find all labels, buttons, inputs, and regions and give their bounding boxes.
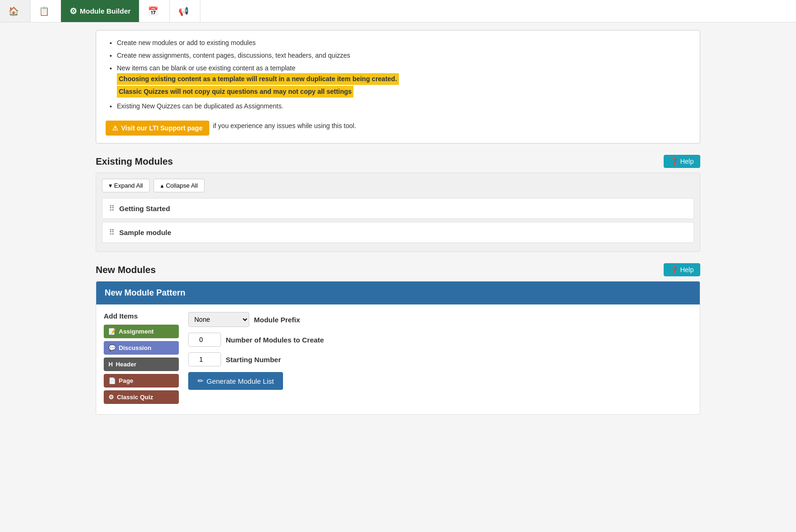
discussion-button[interactable]: 💬 Discussion	[104, 341, 179, 355]
pattern-form: None Week Module Unit Module Prefix Numb…	[188, 312, 692, 407]
add-items-title: Add Items	[104, 312, 179, 320]
module-row-sample-module[interactable]: ⠿ Sample module	[102, 222, 694, 243]
collapse-all-button[interactable]: ▴ Collapse All	[153, 179, 205, 192]
header-icon: H	[108, 361, 113, 368]
module-builder-icon: ⚙	[69, 6, 77, 16]
chevron-up-icon: ▴	[161, 182, 164, 189]
new-modules-header: New Modules ❓ Help	[96, 263, 700, 276]
starting-number-row: Starting Number	[188, 352, 692, 366]
prefix-row: None Week Module Unit Module Prefix	[188, 312, 692, 327]
classic-quiz-button[interactable]: ⚙ Classic Quiz	[104, 390, 179, 404]
header-button[interactable]: H Header	[104, 357, 179, 371]
chevron-down-icon: ▾	[109, 182, 112, 189]
warning-1: Choosing existing content as a template …	[117, 73, 399, 85]
info-bullet-2: Create new assignments, content pages, d…	[117, 51, 690, 61]
nav-module-builder-label: Module Builder	[80, 7, 130, 15]
calendar-icon: 📅	[148, 6, 158, 16]
starting-number-input[interactable]	[188, 352, 221, 366]
page-icon: 📄	[108, 377, 116, 384]
megaphone-icon: 📢	[178, 6, 189, 16]
nav-module-builder[interactable]: ⚙ Module Builder	[61, 0, 139, 22]
drag-handle-icon: ⠿	[109, 204, 115, 213]
main-content: Create new modules or add to existing mo…	[88, 23, 708, 422]
new-modules-help-button[interactable]: ❓ Help	[664, 263, 700, 276]
existing-modules-title: Existing Modules	[96, 156, 173, 167]
nav-megaphone[interactable]: 📢	[170, 0, 200, 22]
existing-modules-header: Existing Modules ❓ Help	[96, 155, 700, 168]
info-box: Create new modules or add to existing mo…	[96, 30, 700, 144]
module-prefix-dropdown[interactable]: None Week Module Unit	[188, 312, 249, 327]
discussion-icon: 💬	[108, 344, 116, 351]
module-row-getting-started[interactable]: ⠿ Getting Started	[102, 198, 694, 219]
num-modules-input[interactable]	[188, 333, 221, 347]
top-navigation: 🏠 📋 ⚙ Module Builder 📅 📢	[0, 0, 796, 23]
nav-home[interactable]: 🏠	[0, 0, 31, 22]
nav-copy[interactable]: 📋	[31, 0, 61, 22]
generate-module-list-button[interactable]: ✏ Generate Module List	[188, 372, 283, 390]
panel-header: New Module Pattern	[96, 281, 700, 304]
help-circle-icon-2: ❓	[670, 266, 678, 274]
support-text: if you experience any issues while using…	[213, 122, 356, 129]
info-bullet-4: Existing New Quizzes can be duplicated a…	[117, 101, 690, 111]
nav-calendar[interactable]: 📅	[139, 0, 170, 22]
num-modules-label: Number of Modules to Create	[226, 336, 324, 344]
module-prefix-label: Module Prefix	[254, 316, 300, 324]
new-modules-title: New Modules	[96, 265, 156, 275]
page-button[interactable]: 📄 Page	[104, 374, 179, 388]
drag-handle-icon: ⠿	[109, 228, 115, 237]
starting-number-label: Starting Number	[226, 356, 281, 364]
num-modules-row: Number of Modules to Create	[188, 333, 692, 347]
lti-support-button[interactable]: ⚠ Visit our LTI Support page	[106, 121, 209, 136]
warning-icon: ⚠	[112, 124, 118, 132]
home-icon: 🏠	[8, 6, 19, 16]
pencil-icon: ✏	[198, 377, 204, 385]
existing-modules-container: ▾ Expand All ▴ Collapse All ⠿ Getting St…	[96, 173, 700, 252]
panel-body: Add Items 📝 Assignment 💬 Discussion H He…	[96, 304, 700, 414]
modules-toolbar: ▾ Expand All ▴ Collapse All	[102, 179, 694, 192]
existing-modules-help-button[interactable]: ❓ Help	[664, 155, 700, 168]
assignment-button[interactable]: 📝 Assignment	[104, 325, 179, 338]
new-modules-panel: New Module Pattern Add Items 📝 Assignmen…	[96, 281, 700, 415]
help-circle-icon: ❓	[670, 158, 678, 165]
add-items-sidebar: Add Items 📝 Assignment 💬 Discussion H He…	[104, 312, 179, 407]
expand-all-button[interactable]: ▾ Expand All	[102, 179, 150, 192]
info-bullet-1: Create new modules or add to existing mo…	[117, 38, 690, 48]
quiz-icon: ⚙	[108, 394, 114, 401]
copy-icon: 📋	[39, 6, 49, 16]
assignment-icon: 📝	[108, 328, 116, 335]
warning-2: Classic Quizzes will not copy quiz quest…	[117, 86, 353, 98]
info-bullet-3: New items can be blank or use existing c…	[117, 63, 690, 99]
